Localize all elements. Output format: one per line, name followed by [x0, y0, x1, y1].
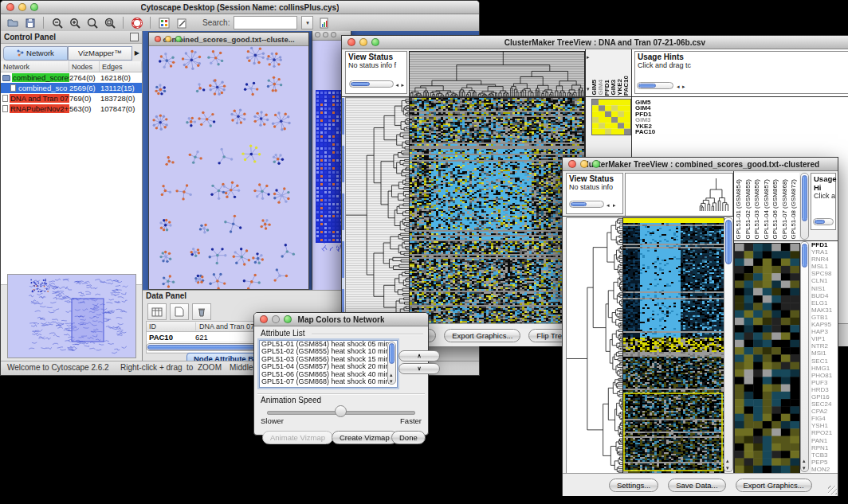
gene-label[interactable]: ELG1	[811, 299, 838, 307]
scroll-up-icon[interactable]: ▴	[390, 372, 393, 377]
network-window-titlebar[interactable]: combined_scores_good.txt--cluste...	[149, 33, 308, 46]
network-list-item[interactable]: combined_scores 2764(0) 16218(0)	[1, 72, 142, 83]
attribute-list-item[interactable]: GPL51-07 (GSM868) heat shock 60 min	[260, 378, 397, 385]
zoom-window-icon[interactable]	[331, 32, 336, 37]
gene-label[interactable]: VIP1	[811, 335, 838, 342]
zoom-window-icon[interactable]	[371, 38, 379, 46]
document-chart-icon[interactable]	[317, 16, 331, 29]
row-dendrogram[interactable]	[345, 97, 410, 325]
treeview-button[interactable]: Save Data...	[668, 479, 725, 492]
scroll-up-icon[interactable]: ▴	[726, 458, 729, 463]
gene-label[interactable]: NIS1	[811, 285, 838, 292]
cytoscape-titlebar[interactable]: Cytoscape Desktop (Session Name: collins…	[1, 1, 479, 14]
close-icon[interactable]	[155, 36, 161, 42]
gene-label[interactable]: PHO81	[811, 372, 838, 379]
scroll-right-icon[interactable]: ▸	[401, 82, 404, 88]
animate-vizmap-button[interactable]: Animate Vizmap	[262, 431, 333, 444]
col-nodes[interactable]: Nodes	[69, 61, 100, 72]
tab-overflow-icon[interactable]: ▶	[132, 49, 139, 57]
column-label[interactable]: PFD1	[604, 80, 610, 96]
usage-hscrollbar[interactable]	[637, 82, 673, 89]
column-label[interactable]: GIM5	[591, 80, 598, 96]
scroll-right-icon[interactable]: ▸	[613, 202, 616, 208]
gene-label[interactable]: HAP3	[811, 328, 838, 335]
gene-label[interactable]: SEC1	[811, 357, 838, 365]
row-dendrogram[interactable]	[566, 217, 623, 474]
column-label[interactable]: GPL51-04 (GSM857)	[762, 179, 771, 240]
scrollbar-thumb[interactable]	[725, 220, 732, 264]
gene-label[interactable]: YSH1	[811, 422, 838, 429]
close-icon[interactable]	[260, 315, 268, 323]
network-list-item[interactable]: RNAPuberNov2+ 563(0) 107847(0)	[1, 104, 142, 114]
gene-label[interactable]: NTR2	[811, 342, 838, 350]
zoom-window-icon[interactable]	[30, 3, 38, 11]
move-down-button[interactable]: ∨	[398, 363, 440, 374]
scroll-left-icon[interactable]: ◂	[395, 82, 398, 88]
view-status-hscrollbar[interactable]	[349, 80, 394, 88]
view-status-hscrollbar[interactable]	[569, 201, 604, 208]
heatmap-global[interactable]	[622, 217, 724, 474]
zoom-window-icon[interactable]	[592, 160, 600, 168]
heatmap-zoom[interactable]	[591, 99, 631, 135]
gene-label[interactable]: RNR4	[811, 256, 838, 263]
heatmap-vscrollbar[interactable]: ▴ ▾	[724, 217, 733, 472]
attribute-list[interactable]: GPL51-01 (GSM854) heat shock 05 minGPL51…	[259, 340, 398, 388]
done-button[interactable]: Done	[391, 431, 426, 444]
column-label[interactable]: GPL51-02 (GSM855)	[744, 179, 753, 240]
gene-label[interactable]: HMG1	[811, 365, 838, 372]
open-file-icon[interactable]	[6, 16, 19, 29]
scrollbar-thumb[interactable]	[571, 202, 587, 206]
gene-label[interactable]: PFD1	[811, 241, 838, 248]
scrollbar-thumb[interactable]	[815, 220, 825, 224]
usage-hscrollbar[interactable]	[813, 218, 834, 225]
help-lifesaver-icon[interactable]	[130, 16, 143, 29]
network-list-item[interactable]: combined_sco 2569(6) 13112(15)	[1, 83, 142, 93]
scroll-left-icon[interactable]: ◂	[607, 202, 610, 208]
scrollbar-thumb[interactable]	[802, 175, 807, 221]
slider-thumb[interactable]	[335, 405, 347, 417]
list-vscrollbar[interactable]: ▴ ▾	[387, 342, 396, 385]
scrollbar-thumb[interactable]	[638, 84, 656, 88]
treeview-dna-titlebar[interactable]: ClusterMaker TreeView : DNA and Tran 07-…	[342, 36, 848, 49]
column-dendrogram[interactable]	[409, 51, 585, 97]
treeview-button[interactable]: Export Graphics...	[736, 479, 812, 492]
minimize-icon[interactable]	[580, 160, 588, 168]
network-canvas[interactable]	[149, 46, 307, 289]
birdseye-view[interactable]	[7, 274, 136, 358]
treeview-combined-titlebar[interactable]: ClusterMaker TreeView : combined_scores_…	[563, 158, 838, 171]
zoom-window-icon[interactable]	[284, 315, 292, 323]
minimize-icon[interactable]	[18, 3, 26, 11]
gene-label[interactable]: YRA1	[811, 248, 838, 256]
zoom-vscrollbar[interactable]: ▴ ▾	[800, 241, 809, 472]
zoom-fit-icon[interactable]	[85, 16, 99, 29]
column-label[interactable]: GIM3	[610, 80, 617, 96]
zoom-in-icon[interactable]	[68, 16, 81, 29]
zoom-out-icon[interactable]	[50, 16, 64, 29]
network-window[interactable]: combined_scores_good.txt--cluste...	[148, 32, 309, 290]
gene-label[interactable]: CLN1	[811, 277, 838, 284]
scrollbar-thumb[interactable]	[802, 244, 807, 268]
gene-label[interactable]: MON2	[811, 466, 838, 473]
treeview-button[interactable]: Export Graphics...	[444, 329, 520, 342]
tab-vizmapper[interactable]: VizMapper™	[68, 46, 132, 61]
gene-label[interactable]: RPO21	[811, 429, 838, 436]
search-dropdown-icon[interactable]: ▾	[301, 16, 313, 29]
column-label[interactable]: GPL51-06 (GSM865)	[771, 179, 780, 240]
scroll-right-icon[interactable]: ▸	[587, 54, 590, 60]
tab-network[interactable]: Network	[3, 46, 68, 61]
row-label[interactable]: PAC10	[635, 129, 669, 135]
heatmap-zoom[interactable]	[734, 243, 800, 474]
gene-label[interactable]: BUD4	[811, 292, 838, 299]
close-icon[interactable]	[6, 3, 14, 11]
gene-label[interactable]: MAK31	[811, 307, 838, 314]
new-attribute-icon[interactable]	[170, 303, 189, 320]
minimize-icon[interactable]	[359, 38, 367, 46]
scroll-down-icon[interactable]: ▾	[726, 465, 729, 471]
scroll-down-icon[interactable]: ▾	[390, 378, 393, 384]
gene-label[interactable]: SPC98	[811, 270, 838, 277]
resize-grip[interactable]	[828, 486, 837, 494]
minimize-icon[interactable]	[323, 32, 328, 37]
column-label[interactable]: GIM4	[598, 80, 604, 96]
column-label[interactable]: GPL51-01 (GSM854)	[734, 179, 744, 240]
scroll-left-icon[interactable]: ◂	[677, 84, 680, 89]
